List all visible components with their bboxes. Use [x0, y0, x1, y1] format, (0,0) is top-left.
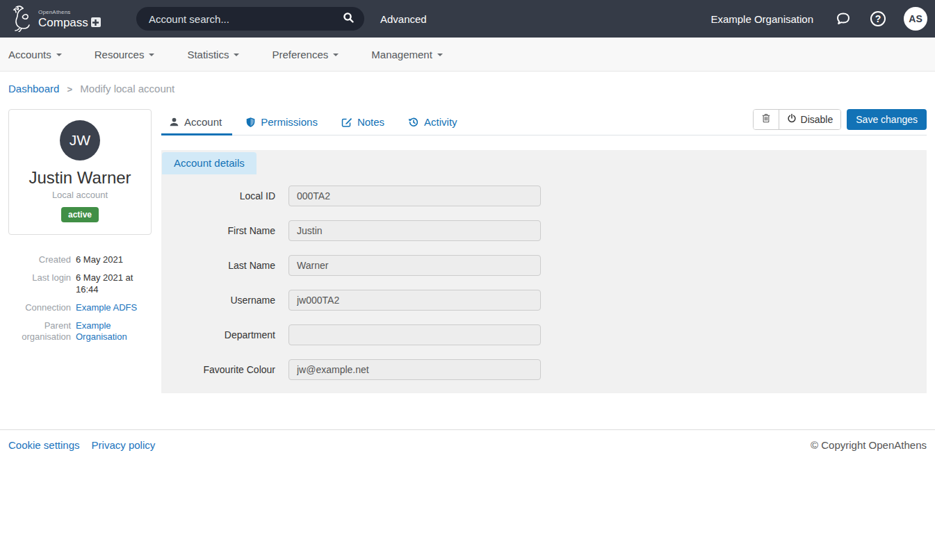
tab-activity[interactable]: Activity — [400, 110, 468, 135]
field-department: Department — [161, 324, 927, 345]
cookie-settings-link[interactable]: Cookie settings — [8, 439, 80, 451]
disable-button[interactable]: Disable — [779, 110, 841, 129]
page-footer: Cookie settings Privacy policy © Copyrig… — [0, 429, 935, 460]
parent-organisation-link[interactable]: Example Organisation — [76, 320, 127, 342]
delete-button[interactable] — [754, 110, 779, 129]
chevron-down-icon — [234, 53, 239, 56]
breadcrumb: Dashboard > Modify local account — [0, 72, 935, 94]
account-search-input[interactable] — [149, 13, 343, 25]
tab-permissions[interactable]: Permissions — [238, 110, 328, 135]
meta-connection: Connection Example ADFS — [8, 302, 152, 313]
meta-last-login: Last login 6 May 2021 at 16:44 — [8, 272, 152, 295]
username-input[interactable] — [288, 290, 541, 311]
power-icon — [787, 113, 797, 126]
department-input[interactable] — [288, 324, 541, 345]
owl-logo-icon — [8, 3, 35, 35]
tab-account[interactable]: Account — [161, 110, 232, 135]
openathens-compass-logo[interactable]: OpenAthens Compass — [8, 3, 136, 35]
top-navbar: OpenAthens Compass Advanced Example Orga… — [0, 0, 935, 38]
menu-management[interactable]: Management — [371, 49, 459, 60]
account-details-form: Local ID First Name Last Name Username D… — [161, 186, 927, 380]
user-avatar[interactable]: AS — [904, 7, 927, 31]
last-name-input[interactable] — [288, 255, 541, 276]
field-favourite-colour: Favourite Colour — [161, 359, 927, 380]
field-local-id: Local ID — [161, 186, 927, 206]
profile-name: Justin Warner — [15, 168, 145, 188]
field-first-name: First Name — [161, 220, 927, 241]
privacy-policy-link[interactable]: Privacy policy — [92, 439, 156, 451]
account-search-box[interactable] — [136, 7, 364, 31]
chevron-down-icon — [437, 53, 443, 56]
menu-preferences[interactable]: Preferences — [272, 49, 355, 60]
account-details-panel: Account details Local ID First Name Last… — [161, 150, 927, 393]
help-icon[interactable]: ? — [869, 10, 887, 28]
plus-badge-icon — [91, 17, 101, 27]
pencil-square-icon — [341, 117, 352, 128]
breadcrumb-dashboard-link[interactable]: Dashboard — [8, 83, 59, 94]
first-name-input[interactable] — [288, 220, 541, 241]
breadcrumb-separator: > — [67, 84, 73, 94]
brand-name-label: Compass — [38, 17, 88, 28]
account-meta: Created 6 May 2021 Last login 6 May 2021… — [8, 254, 152, 343]
save-changes-button[interactable]: Save changes — [847, 109, 927, 130]
menu-accounts[interactable]: Accounts — [8, 49, 78, 60]
account-type-label: Local account — [15, 190, 145, 200]
advanced-search-link[interactable]: Advanced — [380, 13, 427, 25]
chevron-down-icon — [56, 53, 62, 56]
organisation-name[interactable]: Example Organisation — [710, 13, 813, 25]
breadcrumb-current: Modify local account — [80, 83, 174, 94]
menu-statistics[interactable]: Statistics — [187, 49, 255, 60]
profile-card: JW Justin Warner Local account active — [8, 109, 152, 235]
account-tabbar: Account Permissions Notes — [161, 109, 927, 135]
meta-created: Created 6 May 2021 — [8, 254, 152, 265]
history-icon — [408, 117, 419, 128]
favourite-colour-input[interactable] — [288, 359, 541, 380]
connection-link[interactable]: Example ADFS — [76, 302, 137, 313]
account-summary-sidebar: JW Justin Warner Local account active Cr… — [8, 109, 152, 350]
account-actions: Disable Save changes — [753, 109, 927, 130]
meta-parent-organisation: Parent organisation Example Organisation — [8, 320, 152, 343]
chat-icon[interactable] — [834, 10, 852, 28]
trash-icon — [761, 113, 771, 126]
field-last-name: Last Name — [161, 255, 927, 276]
account-details-tab[interactable]: Account details — [162, 152, 257, 174]
search-icon[interactable] — [343, 12, 355, 26]
chevron-down-icon — [149, 53, 154, 56]
shield-icon — [245, 117, 256, 128]
menu-resources[interactable]: Resources — [95, 49, 171, 60]
local-id-input[interactable] — [288, 186, 541, 206]
profile-avatar: JW — [60, 120, 100, 160]
person-icon — [169, 117, 179, 127]
status-badge: active — [61, 207, 99, 222]
brand-small-label: OpenAthens — [38, 10, 101, 15]
chevron-down-icon — [333, 53, 339, 56]
field-username: Username — [161, 290, 927, 311]
main-menu: Accounts Resources Statistics Preference… — [0, 38, 935, 72]
tab-notes[interactable]: Notes — [334, 110, 395, 135]
copyright-text: © Copyright OpenAthens — [811, 439, 927, 451]
